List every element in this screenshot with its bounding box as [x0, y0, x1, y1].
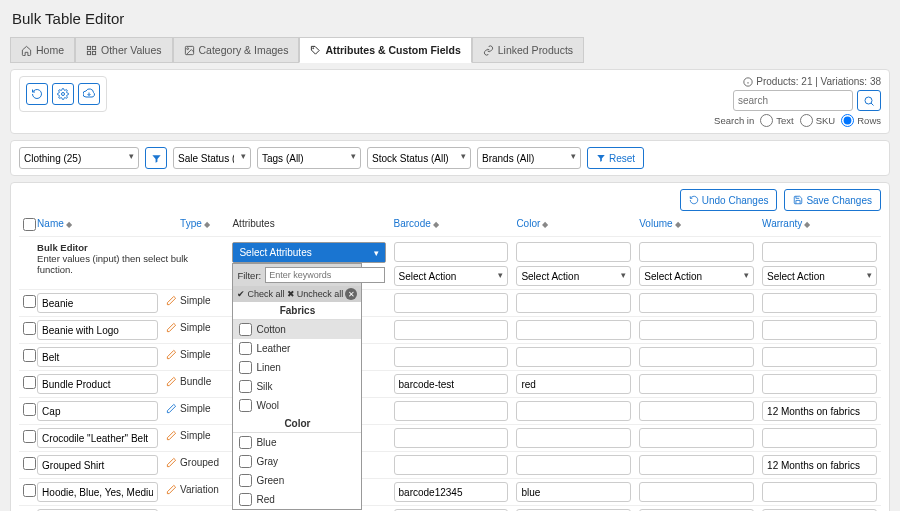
stock-filter[interactable]: Stock Status (All) — [367, 147, 471, 169]
edit-icon[interactable] — [166, 432, 177, 443]
warranty-input[interactable] — [762, 320, 877, 340]
close-icon[interactable]: ✕ — [345, 288, 357, 300]
sale-status-filter[interactable]: Sale Status ( All ) — [173, 147, 251, 169]
radio-text[interactable] — [760, 114, 773, 127]
warranty-input[interactable] — [762, 428, 877, 448]
volume-input[interactable] — [639, 482, 754, 502]
header-color[interactable]: Color◆ — [512, 215, 635, 237]
name-input[interactable] — [37, 455, 158, 475]
color-input[interactable] — [516, 320, 631, 340]
row-checkbox[interactable] — [23, 457, 36, 470]
header-warranty[interactable]: Warranty◆ — [758, 215, 881, 237]
attr-item-silk[interactable]: Silk — [233, 377, 361, 396]
row-checkbox[interactable] — [23, 295, 36, 308]
edit-icon[interactable] — [166, 405, 177, 416]
select-attributes-dropdown[interactable]: Select Attributes — [233, 243, 384, 262]
bulk-barcode-action[interactable]: Select Action — [394, 266, 509, 286]
name-input[interactable] — [37, 428, 158, 448]
row-checkbox[interactable] — [23, 403, 36, 416]
edit-icon[interactable] — [166, 486, 177, 497]
warranty-input[interactable] — [762, 374, 877, 394]
bulk-volume-action[interactable]: Select Action — [639, 266, 754, 286]
barcode-input[interactable] — [394, 428, 509, 448]
attr-item-red[interactable]: Red — [233, 490, 361, 509]
attr-filter-input[interactable] — [265, 267, 385, 283]
bulk-volume-input[interactable] — [639, 242, 754, 262]
row-checkbox[interactable] — [23, 376, 36, 389]
volume-input[interactable] — [639, 401, 754, 421]
volume-input[interactable] — [639, 347, 754, 367]
bulk-color-action[interactable]: Select Action — [516, 266, 631, 286]
warranty-input[interactable] — [762, 401, 877, 421]
name-input[interactable] — [37, 482, 158, 502]
warranty-input[interactable] — [762, 347, 877, 367]
undo-icon-button[interactable] — [26, 83, 48, 105]
barcode-input[interactable] — [394, 482, 509, 502]
undo-changes-button[interactable]: Undo Changes — [680, 189, 778, 211]
color-input[interactable] — [516, 482, 631, 502]
edit-icon[interactable] — [166, 297, 177, 308]
radio-rows[interactable] — [841, 114, 854, 127]
attr-item-green[interactable]: Green — [233, 471, 361, 490]
tab-attributes-custom-fields[interactable]: Attributes & Custom Fields — [299, 37, 471, 63]
edit-icon[interactable] — [166, 459, 177, 470]
row-checkbox[interactable] — [23, 322, 36, 335]
color-input[interactable] — [516, 428, 631, 448]
edit-icon[interactable] — [166, 324, 177, 335]
row-checkbox[interactable] — [23, 484, 36, 497]
barcode-input[interactable] — [394, 320, 509, 340]
uncheck-all[interactable]: ✖ Uncheck all — [287, 289, 344, 299]
settings-icon-button[interactable] — [52, 83, 74, 105]
barcode-input[interactable] — [394, 347, 509, 367]
bulk-barcode-input[interactable] — [394, 242, 509, 262]
header-checkbox[interactable] — [19, 215, 33, 237]
bulk-color-input[interactable] — [516, 242, 631, 262]
download-icon-button[interactable] — [78, 83, 100, 105]
edit-icon[interactable] — [166, 378, 177, 389]
barcode-input[interactable] — [394, 401, 509, 421]
radio-sku[interactable] — [800, 114, 813, 127]
header-type[interactable]: Type◆ — [176, 215, 228, 237]
header-volume[interactable]: Volume◆ — [635, 215, 758, 237]
name-input[interactable] — [37, 293, 158, 313]
barcode-input[interactable] — [394, 374, 509, 394]
category-filter[interactable]: Clothing (25) — [19, 147, 139, 169]
tab-linked-products[interactable]: Linked Products — [472, 37, 584, 63]
tab-category-images[interactable]: Category & Images — [173, 37, 300, 63]
name-input[interactable] — [37, 347, 158, 367]
search-input[interactable] — [733, 90, 853, 111]
volume-input[interactable] — [639, 455, 754, 475]
name-input[interactable] — [37, 374, 158, 394]
warranty-input[interactable] — [762, 455, 877, 475]
tags-filter[interactable]: Tags (All) — [257, 147, 361, 169]
color-input[interactable] — [516, 347, 631, 367]
save-changes-button[interactable]: Save Changes — [784, 189, 881, 211]
warranty-input[interactable] — [762, 482, 877, 502]
warranty-input[interactable] — [762, 293, 877, 313]
check-all[interactable]: ✔ Check all — [237, 289, 284, 299]
barcode-input[interactable] — [394, 455, 509, 475]
color-input[interactable] — [516, 293, 631, 313]
brands-filter[interactable]: Brands (All) — [477, 147, 581, 169]
reset-button[interactable]: Reset — [587, 147, 644, 169]
attr-item-linen[interactable]: Linen — [233, 358, 361, 377]
tab-home[interactable]: Home — [10, 37, 75, 63]
name-input[interactable] — [37, 320, 158, 340]
volume-input[interactable] — [639, 428, 754, 448]
color-input[interactable] — [516, 401, 631, 421]
attr-item-gray[interactable]: Gray — [233, 452, 361, 471]
edit-icon[interactable] — [166, 351, 177, 362]
header-barcode[interactable]: Barcode◆ — [390, 215, 513, 237]
category-filter-button[interactable] — [145, 147, 167, 169]
volume-input[interactable] — [639, 320, 754, 340]
bulk-warranty-input[interactable] — [762, 242, 877, 262]
bulk-warranty-action[interactable]: Select Action — [762, 266, 877, 286]
attr-item-cotton[interactable]: Cotton — [233, 320, 361, 339]
header-name[interactable]: Name◆ — [33, 215, 162, 237]
name-input[interactable] — [37, 401, 158, 421]
attr-item-leather[interactable]: Leather — [233, 339, 361, 358]
barcode-input[interactable] — [394, 293, 509, 313]
row-checkbox[interactable] — [23, 349, 36, 362]
tab-other-values[interactable]: Other Values — [75, 37, 173, 63]
color-input[interactable] — [516, 374, 631, 394]
